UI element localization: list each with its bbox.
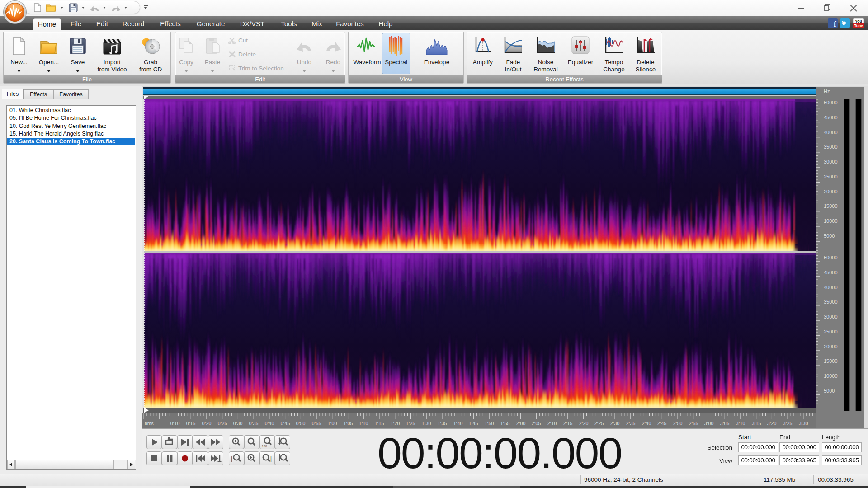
svg-text:1:45: 1:45 (469, 421, 478, 426)
svg-text:]: ] (270, 455, 272, 462)
svg-text:3:30: 3:30 (799, 421, 808, 426)
svg-text:2:25: 2:25 (594, 421, 604, 426)
svg-text:2:55: 2:55 (689, 421, 698, 426)
svg-text:2:30: 2:30 (610, 421, 620, 426)
svg-text:2:50: 2:50 (673, 421, 683, 426)
svg-text:3:15: 3:15 (752, 421, 761, 426)
svg-text:50000: 50000 (824, 100, 838, 105)
svg-text:5000: 5000 (824, 233, 835, 239)
svg-text:0:30: 0:30 (233, 421, 243, 426)
svg-text:2:20: 2:20 (579, 421, 589, 426)
svg-text:1:50: 1:50 (485, 421, 494, 426)
svg-text:1:55: 1:55 (500, 421, 510, 426)
svg-text:35000: 35000 (824, 144, 838, 150)
svg-text:0:10: 0:10 (170, 421, 180, 426)
svg-text:1:40: 1:40 (453, 421, 463, 426)
svg-text:hms: hms (145, 421, 154, 426)
svg-text:0:35: 0:35 (249, 421, 259, 426)
svg-text:3:20: 3:20 (767, 421, 777, 426)
svg-text:100: 100 (262, 445, 267, 448)
svg-text:25000: 25000 (824, 329, 838, 334)
svg-text:3:00: 3:00 (704, 421, 714, 426)
svg-text:20000: 20000 (824, 344, 838, 349)
svg-text:30000: 30000 (824, 159, 838, 164)
svg-text:45000: 45000 (824, 270, 838, 275)
svg-text:1:35: 1:35 (438, 421, 447, 426)
svg-text:1:05: 1:05 (344, 421, 353, 426)
svg-text:1:00: 1:00 (328, 421, 337, 426)
svg-text:1:15: 1:15 (375, 421, 384, 426)
svg-text:0:20: 0:20 (202, 421, 212, 426)
svg-text:2:15: 2:15 (563, 421, 573, 426)
svg-text:Tube: Tube (854, 23, 863, 28)
svg-text:0:45: 0:45 (281, 421, 290, 426)
svg-text:2:40: 2:40 (642, 421, 651, 426)
svg-text:2:05: 2:05 (532, 421, 541, 426)
svg-text:2:10: 2:10 (547, 421, 557, 426)
svg-text:40000: 40000 (824, 285, 838, 290)
svg-text:1:25: 1:25 (406, 421, 415, 426)
svg-text:2:35: 2:35 (626, 421, 636, 426)
svg-text:0:50: 0:50 (296, 421, 306, 426)
svg-text:10000: 10000 (824, 373, 838, 379)
svg-text:0:40: 0:40 (265, 421, 274, 426)
svg-text:0:25: 0:25 (218, 421, 227, 426)
svg-text:15000: 15000 (824, 358, 838, 364)
svg-text:0:55: 0:55 (312, 421, 321, 426)
svg-text:You: You (855, 19, 862, 23)
svg-text:2:00: 2:00 (516, 421, 526, 426)
svg-text:30000: 30000 (824, 314, 838, 319)
svg-text:0:15: 0:15 (186, 421, 196, 426)
svg-text:1:10: 1:10 (359, 421, 368, 426)
svg-text:50000: 50000 (824, 255, 838, 260)
svg-text:40000: 40000 (824, 130, 838, 135)
svg-text:2:45: 2:45 (657, 421, 667, 426)
svg-text:3:10: 3:10 (736, 421, 745, 426)
svg-text:3:05: 3:05 (720, 421, 730, 426)
svg-text:35000: 35000 (824, 299, 838, 305)
svg-text:20000: 20000 (824, 189, 838, 194)
svg-text:5000: 5000 (824, 388, 835, 394)
svg-text:25000: 25000 (824, 174, 838, 179)
svg-text:f: f (834, 20, 836, 28)
svg-text:1:30: 1:30 (422, 421, 431, 426)
svg-text:3:25: 3:25 (783, 421, 793, 426)
svg-text:Hz: Hz (824, 89, 830, 94)
svg-text:1:20: 1:20 (391, 421, 400, 426)
svg-text:10000: 10000 (824, 218, 838, 224)
svg-text:45000: 45000 (824, 115, 838, 120)
svg-text:[: [ (231, 455, 233, 462)
svg-text:15000: 15000 (824, 203, 838, 209)
